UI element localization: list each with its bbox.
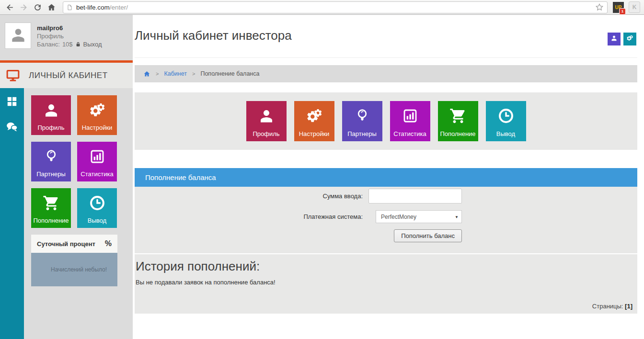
sidebar: mailpro6 Профиль Баланс: 10$ Выход ЛИЧНЫ… [0,15,133,339]
forward-icon[interactable] [18,1,30,13]
gears-icon [626,34,633,44]
profile-quick-button[interactable] [608,33,621,45]
bar-chart-icon [390,107,430,124]
tile-label: Партнеры [31,170,71,178]
main-tile-menu: ПрофильНастройкиПартнерыСтатистикаПополн… [135,92,637,150]
tile-partners[interactable]: Партнеры [342,101,382,141]
page-icon [67,4,73,11]
chat-icon[interactable] [6,121,18,133]
deposit-history-section: История пополнений: Вы не подавали заяво… [135,254,637,314]
sidebar-title: ЛИЧНЫЙ КАБИНЕТ [29,71,108,80]
percent-symbol: % [105,239,112,248]
tile-profile[interactable]: Профиль [31,95,71,135]
payment-system-label: Платежная система: [135,213,368,220]
page-title: Личный кабинет инвестора [135,15,637,43]
back-icon[interactable] [4,1,16,13]
payment-system-select[interactable]: PerfectMoney [376,210,462,223]
gears-icon [77,102,117,119]
balance-label: Баланс: [37,40,60,48]
tile-withdraw[interactable]: Вывод [486,101,526,141]
gears-icon [294,107,334,124]
deposit-panel: Пополнение баланса Сумма ввода: Платежна… [135,168,637,253]
cart-icon [438,107,478,124]
tile-label: Статистика [390,130,430,137]
address-bar[interactable]: bet-life.com/enter/ [63,1,608,13]
daily-percent-empty-message: Начислений небыло! [51,266,107,273]
profile-link[interactable]: Профиль [37,32,102,40]
tile-statistics[interactable]: Статистика [390,101,430,141]
tile-statistics[interactable]: Статистика [77,142,117,181]
tile-label: Статистика [77,170,117,178]
settings-quick-button[interactable] [623,33,636,45]
breadcrumb: > Кабинет > Пополнение баланса [135,65,637,82]
tile-profile[interactable]: Профиль [246,101,287,141]
tile-label: Пополнение [438,130,478,137]
daily-percent-widget: Суточный процент % Начислений небыло! [31,235,117,286]
tile-label: Профиль [31,124,71,131]
lightbulb-icon [342,107,382,124]
tile-deposit[interactable]: Пополнение [31,188,71,228]
user-profile-block: mailpro6 Профиль Баланс: 10$ Выход [0,15,133,60]
history-title: История пополнений: [136,259,632,274]
breadcrumb-cabinet-link[interactable]: Кабинет [164,70,187,77]
tile-settings[interactable]: Настройки [294,101,334,141]
browser-toolbar: bet-life.com/enter/ UP 1 K [0,0,644,15]
main-content: Личный кабинет инвестора > Кабинет > Поп… [133,15,644,339]
tile-deposit[interactable]: Пополнение [438,101,478,141]
avatar[interactable] [5,23,31,49]
bookmark-star-icon[interactable] [595,3,604,11]
tile-partners[interactable]: Партнеры [31,142,71,181]
sidebar-tile-menu: ПрофильНастройкиПартнерыСтатистикаПополн… [31,95,133,228]
amount-input[interactable] [368,189,462,203]
logout-link[interactable]: Выход [83,40,102,48]
icon-strip [0,88,24,339]
breadcrumb-separator: > [156,71,159,77]
breadcrumb-current: Пополнение баланса [200,70,259,77]
clock-icon [486,107,526,124]
bar-chart-icon [77,148,117,165]
user-icon [31,102,71,119]
amount-label: Сумма ввода: [135,192,368,200]
tile-label: Настройки [294,130,334,137]
daily-percent-title: Суточный процент [37,240,95,248]
tile-label: Профиль [246,130,287,137]
url-text[interactable]: bet-life.com/enter/ [76,4,128,11]
deposit-panel-header: Пополнение баланса [135,168,637,187]
tile-settings[interactable]: Настройки [77,95,117,135]
page-1-link[interactable]: [1] [625,303,632,310]
breadcrumb-separator: > [192,71,195,77]
sidebar-header: ЛИЧНЫЙ КАБИНЕТ [0,63,133,88]
extension-k-button[interactable]: K [629,1,640,13]
tile-withdraw[interactable]: Вывод [77,188,117,228]
home-icon[interactable] [46,1,58,13]
tile-label: Пополнение [31,217,71,224]
extension-up-button[interactable]: UP 1 [613,2,624,13]
tile-label: Вывод [77,217,117,224]
reload-icon[interactable] [32,1,44,13]
lock-icon [75,41,81,47]
user-icon [246,107,287,124]
history-empty-message: Вы не подавали заявок на пополнение бала… [136,279,632,286]
clock-icon [77,194,117,212]
deposit-submit-button[interactable]: Пополнить баланс [394,229,462,242]
breadcrumb-home-icon[interactable] [143,70,150,78]
extension-badge: 1 [619,8,626,15]
pages-label: Страницы: [592,303,623,310]
cart-icon [31,194,71,212]
tile-label: Настройки [77,124,117,131]
user-icon [610,34,618,44]
lightbulb-icon [31,148,71,165]
grid-menu-icon[interactable] [6,95,18,108]
balance-value: 10$ [62,40,73,48]
tile-label: Вывод [486,130,526,137]
tile-label: Партнеры [342,130,382,137]
monitor-icon [6,68,20,83]
username: mailpro6 [37,24,102,32]
